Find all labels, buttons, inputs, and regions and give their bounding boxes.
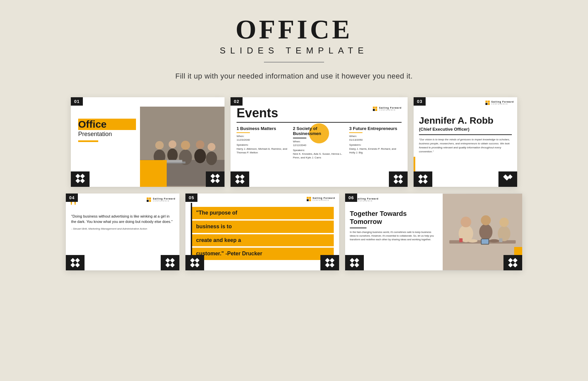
slide-02-title: Events xyxy=(237,107,278,119)
svg-rect-21 xyxy=(215,178,220,183)
header-divider xyxy=(264,62,324,62)
col1-underline xyxy=(237,132,250,133)
slide-04[interactable]: Sailing Forward CONFERENCE " "Doing busi… xyxy=(66,194,179,270)
diamond-icon-5 xyxy=(418,174,428,184)
svg-point-60 xyxy=(499,218,508,227)
svg-point-61 xyxy=(467,239,477,242)
slide-01-bottom-right-badge xyxy=(206,171,225,187)
slide-04-bottom-right xyxy=(161,255,179,270)
slide-01[interactable]: 01 Sailing Forward CONFERENCE xyxy=(71,97,225,187)
svg-rect-40 xyxy=(75,262,80,267)
slide-05-q3: create and keep a xyxy=(196,237,241,243)
svg-rect-39 xyxy=(70,262,75,267)
ls1 xyxy=(373,107,375,109)
logo-icon-4 xyxy=(147,198,151,202)
slide-02-col-2: 2 Society of Businessmen When: 12/12/204… xyxy=(293,126,345,160)
slide-02-cols: 1 Business Matters When: 11/23/2040 Spea… xyxy=(237,126,402,160)
slide-06-bottom-left xyxy=(345,255,364,270)
slide-04-logo: Sailing Forward CONFERENCE xyxy=(147,198,175,202)
slide-03[interactable]: 03 Sailing Forward CONFERENCE xyxy=(414,97,517,187)
svg-rect-46 xyxy=(195,258,199,263)
svg-rect-64 xyxy=(481,239,488,244)
logo-sub-3: CONFERENCE xyxy=(491,103,514,105)
slide-01-office: Office xyxy=(78,119,107,130)
slides-row-2: Sailing Forward CONFERENCE " "Doing busi… xyxy=(0,194,588,270)
logo-text-6: Sailing Forward CONFERENCE xyxy=(356,198,379,202)
logo-icon-3 xyxy=(485,101,490,105)
slide-02[interactable]: 02 Events Sailing Forward CONFERENCE xyxy=(231,97,408,187)
svg-rect-52 xyxy=(330,262,334,267)
slide-05-q1: "The purpose of xyxy=(196,210,237,216)
diamond-icon-9 xyxy=(190,258,199,267)
slide-05-q2: business is to xyxy=(196,224,232,229)
logo-text-3: Sailing Forward CONFERENCE xyxy=(491,101,514,105)
svg-point-7 xyxy=(181,141,190,150)
col1-when-label: When: xyxy=(237,134,289,138)
svg-rect-33 xyxy=(423,179,428,183)
col3-underline xyxy=(349,132,362,133)
ls32 xyxy=(488,101,490,103)
col3-title: 3 Future Entrepreneurs xyxy=(349,126,402,131)
logo-sub-4: CONFERENCE xyxy=(153,200,175,202)
svg-rect-74 xyxy=(513,262,518,267)
slide-05[interactable]: 05 Sailing Forward CONFERENCE " xyxy=(185,194,339,270)
col3-speakers: Daisy J. Harris, Ernesto P. Richard, and… xyxy=(349,147,402,154)
svg-rect-51 xyxy=(325,262,330,267)
slide-02-logo: Sailing Forward CONFERENCE xyxy=(373,107,402,111)
diamond-icon-10 xyxy=(325,258,334,267)
slide-01-number: 01 xyxy=(71,97,83,106)
ls44 xyxy=(149,200,151,202)
slide-04-bottom-left xyxy=(66,255,85,270)
svg-rect-25 xyxy=(240,179,245,183)
col2-title: 2 Society of Businessmen xyxy=(293,126,345,136)
ls43 xyxy=(147,200,149,202)
svg-rect-72 xyxy=(513,258,518,263)
svg-rect-71 xyxy=(508,258,513,263)
svg-rect-70 xyxy=(354,262,359,267)
svg-rect-45 xyxy=(190,258,195,263)
svg-point-5 xyxy=(169,140,176,148)
slides-row-1: 01 Sailing Forward CONFERENCE xyxy=(0,97,588,187)
svg-rect-68 xyxy=(354,258,359,263)
slide-03-quote: "Our vision is to keep the minds of geni… xyxy=(419,138,512,154)
svg-rect-66 xyxy=(499,238,502,242)
slide-05-author: -Peter Drucker xyxy=(226,251,262,256)
svg-point-11 xyxy=(207,143,215,150)
svg-point-58 xyxy=(481,215,491,225)
diamond-icon-2 xyxy=(210,174,220,184)
slide-02-col-1: 1 Business Matters When: 11/23/2040 Spea… xyxy=(237,126,289,160)
slide-02-divider xyxy=(237,122,402,123)
slide-01-content: Office Presentation xyxy=(71,97,225,187)
logo-name-5: Sailing Forward xyxy=(312,197,335,199)
slide-06[interactable]: 06 Sailing Forward CONFERENCE xyxy=(345,194,522,270)
header: OFFICE SLIDES TEMPLATE Fill it up with y… xyxy=(0,0,588,87)
col3-when-label: When: xyxy=(349,134,402,138)
slide-04-author: - Steuart Britt, Marketing Management an… xyxy=(71,227,174,230)
svg-point-62 xyxy=(489,239,499,242)
slide-02-header: Events Sailing Forward CONFERENCE xyxy=(237,107,402,119)
col3-when: 01/13/2050 xyxy=(349,138,402,142)
col2-underline xyxy=(293,138,306,138)
logo-name-2: Sailing Forward xyxy=(379,107,402,109)
logo-icon-2 xyxy=(373,107,378,111)
page: OFFICE SLIDES TEMPLATE Fill it up with y… xyxy=(0,0,588,381)
slide-01-yellow-bar xyxy=(78,140,98,142)
diamond-icon-8 xyxy=(165,258,175,267)
slide-02-bottom-left-badge xyxy=(231,171,249,187)
svg-rect-67 xyxy=(350,258,354,263)
svg-rect-65 xyxy=(459,238,462,242)
ls34 xyxy=(488,103,490,105)
slide-02-content: Events Sailing Forward CONFERENCE xyxy=(231,97,408,187)
slide-05-logo: Sailing Forward CONFERENCE xyxy=(307,197,335,202)
svg-point-57 xyxy=(479,224,492,240)
slide-05-quote-block: "The purpose of business is to create an… xyxy=(195,207,334,260)
svg-point-3 xyxy=(155,141,164,149)
slide-03-bottom-left-badge xyxy=(414,171,432,187)
sub-title: SLIDES TEMPLATE xyxy=(0,45,588,56)
svg-rect-73 xyxy=(508,262,513,267)
svg-rect-18 xyxy=(210,174,215,178)
col1-speakers-label: Speakers: xyxy=(237,143,289,147)
slide-06-divider xyxy=(350,228,366,228)
svg-point-9 xyxy=(196,140,204,149)
svg-rect-49 xyxy=(325,258,330,263)
